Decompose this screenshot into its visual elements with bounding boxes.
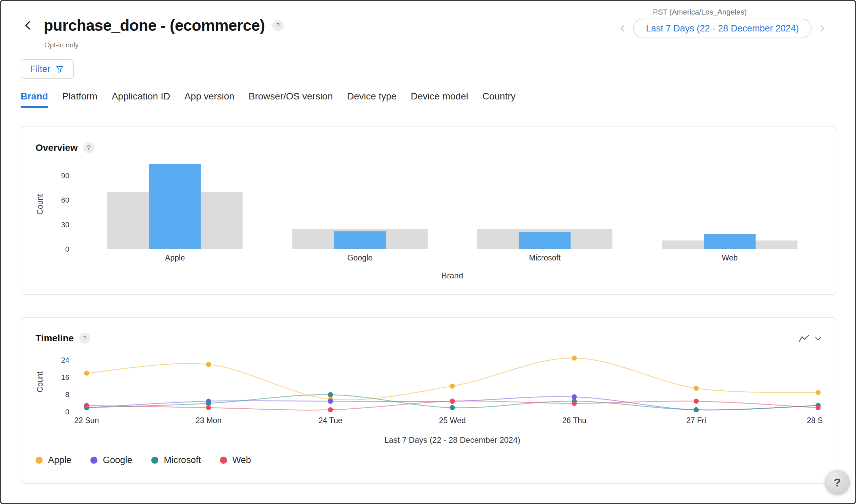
timezone-label: PST (America/Los_Angeles): [653, 8, 747, 17]
chevron-right-icon: [818, 24, 826, 33]
date-range-picker: Last 7 Days (22 - 28 December 2024): [618, 19, 826, 38]
overview-xlabel-google: Google: [268, 253, 453, 263]
timeline-line-apple: [87, 358, 818, 400]
timeline-xlabel-22-sun: 22 Sun: [74, 416, 99, 425]
timeline-point-google-24-tue[interactable]: [328, 399, 333, 404]
overview-xlabel-microsoft: Microsoft: [452, 253, 638, 263]
line-chart-type-icon[interactable]: [799, 334, 809, 343]
bar-slot-microsoft: [452, 160, 638, 249]
filter-label: Filter: [30, 64, 50, 74]
app-window: PST (America/Los_Angeles) Last 7 Days (2…: [0, 0, 856, 504]
timeline-point-web-27-fri[interactable]: [694, 399, 699, 404]
timeline-point-web-25-wed[interactable]: [450, 399, 455, 404]
overview-title: Overview: [36, 142, 78, 153]
legend-dot-microsoft: [151, 457, 158, 464]
legend-label-google: Google: [103, 455, 132, 465]
timeline-point-web-22-sun[interactable]: [84, 403, 89, 408]
timeline-x-axis-title: Last 7 Days (22 - 28 December 2024): [83, 435, 822, 445]
chart-type-controls: [799, 334, 822, 343]
timeline-xlabel-25-wed: 25 Wed: [439, 416, 466, 425]
overview-xlabel-apple: Apple: [83, 253, 268, 263]
timeline-point-apple-25-wed[interactable]: [450, 383, 455, 389]
tabs: BrandPlatformApplication IDApp versionBr…: [21, 91, 516, 108]
legend-label-web: Web: [232, 455, 251, 465]
tab-device-type[interactable]: Device type: [347, 91, 396, 108]
timeline-xlabel-26-thu: 26 Thu: [562, 416, 586, 425]
page-title: purchase_done - (ecommerce): [43, 16, 265, 35]
tab-application-id[interactable]: Application ID: [112, 91, 170, 108]
overview-ytick-0: 0: [45, 246, 69, 253]
timeline-point-microsoft-23-mon[interactable]: [206, 401, 211, 406]
legend-item-web[interactable]: Web: [220, 455, 251, 465]
timeline-point-apple-22-sun[interactable]: [84, 371, 89, 376]
bar-selected-google[interactable]: [334, 231, 386, 249]
bar-selected-microsoft[interactable]: [519, 232, 571, 249]
bar-slot-google: [268, 160, 453, 249]
timeline-card: Timeline ? Count 081624 22 Sun23 Mon24 T…: [21, 317, 836, 484]
title-help-icon[interactable]: ?: [272, 20, 284, 31]
timeline-point-google-26-thu[interactable]: [572, 394, 577, 399]
bar-selected-web[interactable]: [704, 234, 755, 249]
back-button[interactable]: [20, 16, 36, 35]
overview-ytick-60: 60: [45, 197, 69, 204]
timeline-ytick-24: 24: [45, 357, 69, 364]
overview-ytick-90: 90: [45, 172, 69, 180]
timeline-point-apple-26-thu[interactable]: [572, 356, 577, 361]
overview-bars: [83, 160, 822, 249]
overview-y-axis: 0306090: [45, 160, 69, 249]
legend-label-apple: Apple: [48, 455, 71, 465]
date-range-pill[interactable]: Last 7 Days (22 - 28 December 2024): [633, 19, 812, 38]
overview-x-labels: AppleGoogleMicrosoftWeb: [83, 253, 822, 263]
timeline-title-row: Timeline ?: [36, 332, 90, 344]
timeline-ytick-16: 16: [45, 374, 69, 381]
date-prev-button[interactable]: [618, 24, 627, 33]
legend-item-microsoft[interactable]: Microsoft: [151, 455, 201, 465]
timeline-xlabel-23-mon: 23 Mon: [196, 416, 221, 425]
overview-card: Overview ? Count 0306090 AppleGoogleMicr…: [21, 126, 836, 294]
timeline-point-web-26-thu[interactable]: [572, 401, 577, 406]
date-range-label: Last 7 Days (22 - 28 December 2024): [646, 23, 799, 34]
overview-xlabel-web: Web: [638, 253, 822, 263]
tab-brand[interactable]: Brand: [21, 91, 48, 108]
timeline-ytick-0: 0: [45, 408, 69, 416]
timeline-y-axis-title: Count: [36, 372, 44, 392]
timeline-ytick-8: 8: [45, 391, 69, 398]
bar-slot-web: [638, 160, 822, 249]
legend-dot-google: [90, 457, 97, 464]
legend-item-apple[interactable]: Apple: [36, 455, 71, 465]
timeline-x-labels: 22 Sun23 Mon24 Tue25 Wed26 Thu27 Fri28 S…: [69, 416, 822, 427]
timeline-xlabel-28-sat: 28 Sat: [807, 416, 822, 425]
timeline-point-apple-28-sat[interactable]: [816, 390, 821, 395]
page-subtitle: Opt-in only: [44, 41, 79, 49]
tab-device-model[interactable]: Device model: [411, 91, 468, 108]
timeline-point-apple-23-mon[interactable]: [206, 362, 211, 367]
timeline-point-microsoft-24-tue[interactable]: [328, 392, 333, 397]
filter-funnel-icon: [55, 65, 64, 74]
overview-ytick-30: 30: [45, 221, 69, 229]
timeline-chart: [83, 352, 822, 416]
timeline-xlabel-27-fri: 27 Fri: [686, 416, 706, 425]
filter-button[interactable]: Filter: [21, 59, 74, 79]
chart-type-dropdown-icon[interactable]: [814, 335, 822, 343]
floating-help-button[interactable]: ?: [825, 470, 850, 495]
back-arrow-icon: [23, 20, 34, 31]
date-next-button[interactable]: [818, 24, 826, 33]
timeline-help-icon[interactable]: ?: [79, 332, 90, 344]
overview-help-icon[interactable]: ?: [83, 142, 94, 153]
bar-selected-apple[interactable]: [149, 164, 201, 249]
chevron-left-icon: [618, 24, 627, 33]
overview-title-row: Overview ?: [36, 142, 94, 153]
timeline-point-web-28-sat[interactable]: [816, 405, 821, 410]
legend-item-google[interactable]: Google: [90, 455, 132, 465]
legend-label-microsoft: Microsoft: [164, 455, 201, 465]
timeline-legend: AppleGoogleMicrosoftWeb: [36, 455, 251, 465]
timeline-point-apple-27-fri[interactable]: [694, 385, 699, 391]
tab-country[interactable]: Country: [482, 91, 516, 108]
timeline-point-microsoft-27-fri[interactable]: [694, 407, 699, 412]
tab-app-version[interactable]: App version: [184, 91, 234, 108]
tab-platform[interactable]: Platform: [62, 91, 97, 108]
timeline-point-web-24-tue[interactable]: [328, 407, 333, 412]
timeline-point-web-23-mon[interactable]: [206, 405, 211, 410]
timeline-point-microsoft-25-wed[interactable]: [450, 405, 455, 410]
tab-browser-os-version[interactable]: Browser/OS version: [249, 91, 333, 108]
